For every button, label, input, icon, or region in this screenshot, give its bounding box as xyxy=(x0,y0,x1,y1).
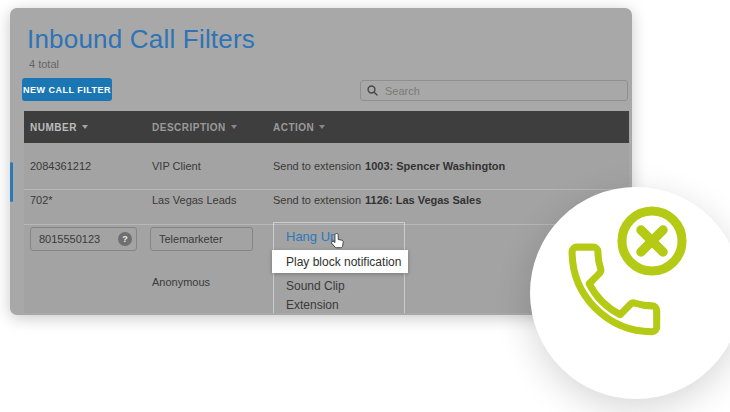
dropdown-option[interactable]: Extension xyxy=(286,298,339,312)
call-block-badge xyxy=(530,187,730,399)
row-number: 702* xyxy=(30,194,53,206)
dropdown-option[interactable]: Sound Clip xyxy=(286,279,345,293)
scroll-indicator xyxy=(10,162,13,202)
description-input[interactable] xyxy=(150,227,253,251)
table-header: NUMBER DESCRIPTION ACTION xyxy=(24,111,629,143)
total-count: 4 total xyxy=(29,58,59,70)
row-description-anonymous: Anonymous xyxy=(152,276,210,288)
column-header-description[interactable]: DESCRIPTION xyxy=(152,111,237,143)
phone-block-icon xyxy=(530,187,730,399)
row-description: VIP Client xyxy=(152,160,201,172)
row-description: Las Vegas Leads xyxy=(152,194,236,206)
new-call-filter-button[interactable]: NEW CALL FILTER xyxy=(22,78,112,101)
column-header-number[interactable]: NUMBER xyxy=(30,111,88,143)
dropdown-option-highlighted[interactable]: Play block notification xyxy=(272,250,408,273)
sort-chevron-icon xyxy=(82,125,88,129)
action-target: 1003: Spencer Washington xyxy=(365,160,505,172)
cursor-hand-icon xyxy=(329,232,346,251)
action-dropdown: Hang Up Play block notification Sound Cl… xyxy=(273,222,405,313)
row-action: Send to extension1003: Spencer Washingto… xyxy=(273,160,505,172)
help-icon[interactable]: ? xyxy=(118,232,132,246)
row-action: Send to extension1126: Las Vegas Sales xyxy=(273,194,481,206)
number-field-wrap: ? xyxy=(30,227,137,251)
page-title: Inbound Call Filters xyxy=(27,24,255,55)
search-input[interactable] xyxy=(383,84,621,98)
description-field-wrap xyxy=(150,227,253,251)
sort-chevron-icon xyxy=(231,125,237,129)
action-target: 1126: Las Vegas Sales xyxy=(365,194,481,206)
row-number: 2084361212 xyxy=(30,160,91,172)
search-icon xyxy=(367,85,378,96)
screenshot-stage: Inbound Call Filters 4 total NEW CALL FI… xyxy=(0,0,730,412)
search-box[interactable] xyxy=(360,80,628,101)
sort-chevron-icon xyxy=(319,125,325,129)
column-header-action[interactable]: ACTION xyxy=(273,111,325,143)
